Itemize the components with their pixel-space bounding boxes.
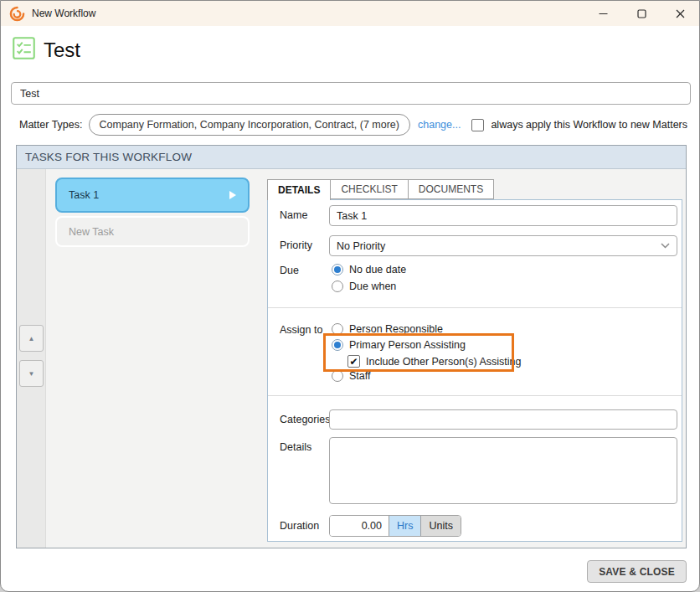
radio-due-when[interactable]: Due when [332, 281, 396, 292]
section-divider [268, 307, 682, 308]
radio-label: No due date [349, 264, 406, 275]
task-item-new-task[interactable]: New Task [55, 216, 250, 247]
include-other-persons-checkbox[interactable] [347, 355, 360, 368]
radio-person-responsible[interactable]: Person Responsible [332, 323, 443, 335]
smokeball-logo-icon [9, 6, 25, 22]
tasks-region: TASKS FOR THIS WORKFLOW ▲ ▼ Task 1 New T… [16, 145, 687, 548]
duration-label: Duration [280, 520, 319, 532]
matter-types-label: Matter Types: [19, 119, 83, 131]
include-other-persons-checkbox-row[interactable]: Include Other Person(s) Assisting [347, 355, 522, 368]
workflow-name-input[interactable] [11, 82, 691, 105]
move-task-up-button[interactable]: ▲ [19, 325, 44, 352]
matter-types-value: Company Formation, Company Incorporation… [100, 119, 399, 131]
save-close-button[interactable]: SAVE & CLOSE [587, 560, 687, 583]
radio-icon [332, 281, 343, 292]
minimize-button[interactable] [584, 1, 622, 26]
maximize-button[interactable] [622, 1, 661, 26]
tab-documents[interactable]: DOCUMENTS [408, 179, 494, 199]
radio-icon [332, 264, 343, 275]
always-apply-checkbox[interactable] [471, 119, 484, 131]
task-reorder-strip: ▲ ▼ [17, 169, 46, 548]
priority-dropdown[interactable]: No Priority [329, 235, 677, 256]
change-link[interactable]: change... [418, 119, 461, 131]
radio-label: Staff [349, 370, 370, 382]
assign-to-label: Assign to [280, 324, 322, 336]
close-button[interactable] [661, 1, 699, 26]
radio-no-due-date[interactable]: No due date [332, 264, 406, 275]
radio-icon [332, 370, 343, 382]
section-divider [268, 395, 682, 396]
arrow-up-icon: ▲ [28, 335, 35, 342]
task-label: Task 1 [69, 189, 99, 201]
task-name-input[interactable] [329, 205, 677, 226]
window-title: New Workflow [32, 8, 95, 19]
tab-checklist[interactable]: CHECKLIST [330, 179, 408, 199]
categories-input[interactable] [329, 409, 677, 430]
details-tab-content: Name Priority No Priority Due No due dat… [267, 199, 682, 542]
categories-label: Categories [280, 414, 330, 425]
tasks-body: ▲ ▼ Task 1 New Task DETAILS CHECKLIST DO… [17, 169, 686, 548]
matter-types-field[interactable]: Company Formation, Company Incorporation… [89, 114, 410, 136]
titlebar: New Workflow [1, 1, 699, 26]
task-item-task-1[interactable]: Task 1 [55, 178, 250, 213]
matter-types-row: Matter Types: Company Formation, Company… [19, 113, 687, 136]
tab-details[interactable]: DETAILS [267, 179, 331, 200]
details-tabs: DETAILS CHECKLIST DOCUMENTS [267, 179, 682, 200]
task-label: New Task [69, 226, 114, 238]
window-controls [584, 1, 699, 26]
page-header: Test [13, 37, 80, 63]
page-title: Test [44, 39, 80, 62]
duration-input[interactable] [330, 516, 389, 536]
radio-label: Primary Person Assisting [349, 339, 466, 351]
checkbox-label: Include Other Person(s) Assisting [366, 356, 522, 368]
radio-label: Person Responsible [349, 323, 443, 335]
task-selected-arrow-icon [229, 191, 236, 199]
arrow-down-icon: ▼ [28, 370, 35, 378]
duration-unit-units-toggle[interactable]: Units [420, 516, 460, 536]
task-details-panel: DETAILS CHECKLIST DOCUMENTS Name Priorit… [267, 179, 682, 542]
details-label: Details [280, 441, 311, 453]
priority-label: Priority [280, 239, 312, 251]
move-task-down-button[interactable]: ▼ [19, 360, 44, 387]
chevron-down-icon [661, 243, 670, 249]
due-label: Due [280, 265, 299, 276]
priority-value: No Priority [337, 240, 385, 252]
radio-label: Due when [349, 281, 396, 292]
workflow-checklist-icon [13, 37, 35, 63]
new-workflow-dialog: New Workflow Test [0, 0, 700, 592]
duration-unit-hrs-toggle[interactable]: Hrs [389, 516, 420, 536]
radio-icon [332, 323, 343, 335]
duration-field: Hrs Units [329, 515, 461, 537]
name-label: Name [280, 209, 307, 221]
tasks-section-header: TASKS FOR THIS WORKFLOW [17, 146, 686, 169]
radio-primary-person-assisting[interactable]: Primary Person Assisting [332, 339, 466, 351]
radio-icon [332, 339, 343, 351]
radio-staff[interactable]: Staff [332, 370, 370, 382]
always-apply-label: always apply this Workflow to new Matter… [491, 119, 687, 131]
details-textarea[interactable] [329, 437, 677, 504]
